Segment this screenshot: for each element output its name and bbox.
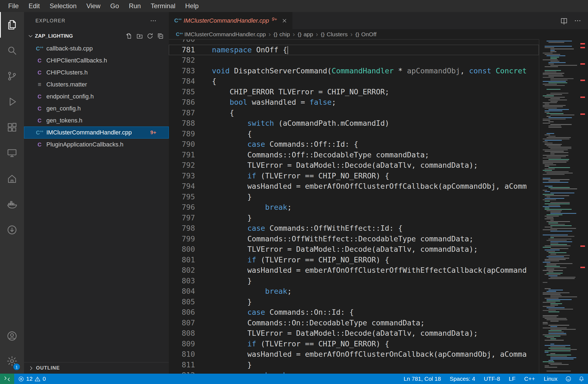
activity-item-docker[interactable] xyxy=(0,191,24,217)
activity-item-downloads[interactable] xyxy=(0,217,24,243)
line-number[interactable]: 795 xyxy=(169,192,195,202)
menu-terminal[interactable]: Terminal xyxy=(146,0,180,12)
code-line-806[interactable]: 806 case Commands::On::Id: { xyxy=(169,307,539,318)
file-item-gen_config.h[interactable]: Cgen_config.h xyxy=(24,103,169,115)
line-number[interactable]: 796 xyxy=(169,202,195,213)
file-item-endpoint_config.h[interactable]: Cendpoint_config.h xyxy=(24,91,169,103)
line-number[interactable]: 806 xyxy=(169,307,195,318)
status-indentation[interactable]: Spaces: 4 xyxy=(445,376,479,382)
code-line-789[interactable]: 789 { xyxy=(169,129,539,139)
code-line-811[interactable]: 811 } xyxy=(169,360,539,370)
code-line-807[interactable]: 807 Commands::On::DecodableType commandD… xyxy=(169,318,539,328)
line-number[interactable]: 811 xyxy=(169,360,195,370)
code-line-792[interactable]: 792 TLVError = DataModel::Decode(aDataTl… xyxy=(169,160,539,171)
activity-item-search[interactable] xyxy=(0,38,24,63)
line-number[interactable]: 790 xyxy=(169,139,195,150)
menu-go[interactable]: Go xyxy=(105,0,124,12)
menu-selection[interactable]: Selection xyxy=(45,0,82,12)
line-number[interactable]: 802 xyxy=(169,265,195,276)
code-editor[interactable]: 780781namespace OnOff {782783void Dispat… xyxy=(169,40,588,374)
line-number[interactable]: 780 xyxy=(169,40,195,45)
code-line-808[interactable]: 808 TLVError = DataModel::Decode(aDataTl… xyxy=(169,328,539,339)
code-line-787[interactable]: 787 { xyxy=(169,108,539,118)
code-line-783[interactable]: 783void DispatchServerCommand(CommandHan… xyxy=(169,66,539,76)
line-number[interactable]: 803 xyxy=(169,276,195,286)
line-number[interactable]: 799 xyxy=(169,234,195,244)
code-line-798[interactable]: 798 case Commands::OffWithEffect::Id: { xyxy=(169,223,539,234)
code-line-803[interactable]: 803 } xyxy=(169,276,539,286)
activity-item-run-debug[interactable] xyxy=(0,89,24,115)
line-number[interactable]: 801 xyxy=(169,255,195,265)
code-line-810[interactable]: 810 wasHandled = emberAfOnOffClusterOnCa… xyxy=(169,349,539,360)
line-number[interactable]: 794 xyxy=(169,181,195,192)
line-number[interactable]: 797 xyxy=(169,213,195,223)
code-line-784[interactable]: 784{ xyxy=(169,76,539,87)
code-line-809[interactable]: 809 if (TLVError == CHIP_NO_ERROR) { xyxy=(169,339,539,349)
code-line-780[interactable]: 780 xyxy=(169,40,539,45)
code-content[interactable]: 780781namespace OnOff {782783void Dispat… xyxy=(169,40,539,374)
code-line-782[interactable]: 782 xyxy=(169,55,539,66)
remote-indicator[interactable] xyxy=(0,374,14,384)
minimap[interactable] xyxy=(542,40,578,374)
breadcrumb-Clusters[interactable]: {}Clusters xyxy=(321,31,348,38)
collapse-all-icon[interactable] xyxy=(157,32,164,40)
code-line-797[interactable]: 797 } xyxy=(169,213,539,223)
file-item-CHIPClusters.h[interactable]: CCHIPClusters.h xyxy=(24,67,169,79)
file-item-gen_tokens.h[interactable]: Cgen_tokens.h xyxy=(24,115,169,127)
line-number[interactable]: 810 xyxy=(169,349,195,360)
breadcrumb-OnOff[interactable]: {}OnOff xyxy=(355,31,376,38)
line-number[interactable]: 787 xyxy=(169,108,195,118)
line-number[interactable]: 808 xyxy=(169,328,195,339)
menu-edit[interactable]: Edit xyxy=(24,0,45,12)
menu-file[interactable]: File xyxy=(3,0,24,12)
file-item-IMClusterCommandHandler.cpp[interactable]: C++IMClusterCommandHandler.cpp9+ xyxy=(24,127,169,139)
file-item-PluginApplicationCallbacks.h[interactable]: CPluginApplicationCallbacks.h xyxy=(24,139,169,151)
new-folder-icon[interactable] xyxy=(136,32,143,40)
activity-item-settings[interactable]: 1 xyxy=(0,349,24,374)
line-number[interactable]: 791 xyxy=(169,150,195,160)
code-line-790[interactable]: 790 case Commands::Off::Id: { xyxy=(169,139,539,150)
code-line-802[interactable]: 802 wasHandled = emberAfOnOffClusterOffW… xyxy=(169,265,539,276)
line-number[interactable]: 783 xyxy=(169,66,195,76)
line-number[interactable]: 793 xyxy=(169,171,195,181)
code-line-795[interactable]: 795 } xyxy=(169,192,539,202)
file-item-callback-stub.cpp[interactable]: C++callback-stub.cpp xyxy=(24,43,169,55)
code-line-800[interactable]: 800 TLVError = DataModel::Decode(aDataTl… xyxy=(169,244,539,255)
line-number[interactable]: 781 xyxy=(169,45,195,55)
code-line-785[interactable]: 785 CHIP_ERROR TLVError = CHIP_NO_ERROR; xyxy=(169,87,539,97)
more-actions-icon[interactable] xyxy=(574,17,581,25)
menu-view[interactable]: View xyxy=(82,0,106,12)
breadcrumb-app[interactable]: {}app xyxy=(298,31,313,38)
line-number[interactable]: 812 xyxy=(169,370,195,374)
line-number[interactable]: 805 xyxy=(169,297,195,307)
menu-run[interactable]: Run xyxy=(124,0,146,12)
code-line-812[interactable]: 812 break; xyxy=(169,370,539,374)
line-number[interactable]: 800 xyxy=(169,244,195,255)
code-line-794[interactable]: 794 wasHandled = emberAfOnOffClusterOffC… xyxy=(169,181,539,192)
code-line-799[interactable]: 799 Commands::OffWithEffect::DecodableTy… xyxy=(169,234,539,244)
activity-item-home[interactable] xyxy=(0,166,24,191)
status-language-mode[interactable]: C++ xyxy=(520,376,539,382)
line-number[interactable]: 782 xyxy=(169,55,195,66)
problems-indicator[interactable]: 12 0 xyxy=(14,376,50,382)
line-number[interactable]: 809 xyxy=(169,339,195,349)
code-line-796[interactable]: 796 break; xyxy=(169,202,539,213)
line-number[interactable]: 785 xyxy=(169,87,195,97)
line-number[interactable]: 784 xyxy=(169,76,195,87)
line-number[interactable]: 807 xyxy=(169,318,195,328)
file-item-Clusters.matter[interactable]: ≡Clusters.matter xyxy=(24,79,169,91)
close-icon[interactable] xyxy=(281,18,287,24)
code-line-801[interactable]: 801 if (TLVError == CHIP_NO_ERROR) { xyxy=(169,255,539,265)
folder-section-header[interactable]: ZAP_LIGHTING xyxy=(24,29,169,43)
tab-active-file[interactable]: C++ IMClusterCommandHandler.cpp 9+ xyxy=(169,12,292,29)
code-line-781[interactable]: 781namespace OnOff { xyxy=(169,45,539,55)
activity-item-explorer[interactable] xyxy=(0,12,24,38)
code-line-788[interactable]: 788 switch (aCommandPath.mCommandId) xyxy=(169,118,539,129)
line-number[interactable]: 786 xyxy=(169,97,195,108)
code-line-791[interactable]: 791 Commands::Off::DecodableType command… xyxy=(169,150,539,160)
split-editor-icon[interactable] xyxy=(560,17,568,25)
breadcrumb-chip[interactable]: {}chip xyxy=(274,31,290,38)
code-line-805[interactable]: 805 } xyxy=(169,297,539,307)
activity-item-remote-explorer[interactable] xyxy=(0,140,24,166)
more-actions-icon[interactable] xyxy=(150,17,157,24)
